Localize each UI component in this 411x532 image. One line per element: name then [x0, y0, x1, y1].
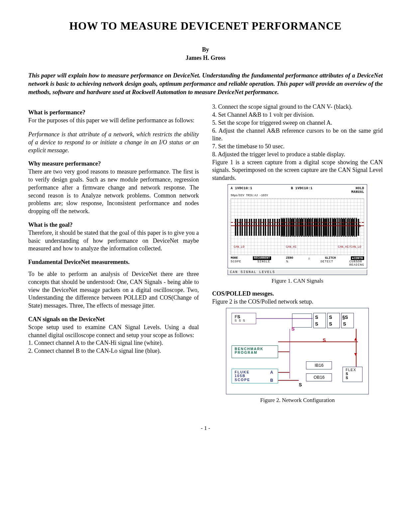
scope-glitch: GLITCH	[325, 256, 336, 260]
paragraph: There are two very good reasons to measu…	[28, 168, 199, 215]
paragraph: Figure 1 is a screen capture from a digi…	[212, 159, 383, 182]
can-hi-label: CAN_HI	[286, 245, 296, 249]
page-number: - 1 -	[28, 425, 383, 432]
scope-pct: %	[286, 260, 288, 267]
fluke-l3: SCOPE	[235, 378, 250, 382]
scope-grid: B CAN_LO CAN_HI CAN_HI/CAN_LO	[231, 199, 364, 255]
scope-contr: ▶CONTR	[351, 256, 364, 260]
scope-detect: DETECT	[321, 260, 333, 267]
rack-backplane	[292, 314, 312, 328]
scope-ch-a: 1VDC10:1	[235, 187, 252, 190]
fluke-l2: 105B	[235, 374, 246, 378]
step-7: 7. Set the timebase to 50 usec.	[212, 143, 383, 151]
definition: Performance is that attribute of a netwo…	[28, 131, 199, 154]
cpu-label-bot: S S S	[235, 319, 253, 323]
heading-why-measure: Why measure performance?	[28, 160, 199, 167]
scope-tri: △	[308, 256, 310, 260]
heading-can-signals: CAN signals on the DeviceNet	[28, 316, 199, 323]
paragraph: For the purposes of this paper we will d…	[28, 117, 199, 125]
fluke-l1: FLUKE	[235, 370, 250, 374]
scope-bottom-bar: CAN SIGNAL LEVELS	[228, 270, 367, 275]
step-4: 4. Set Channel A&B to 1 volt per divisio…	[212, 111, 383, 119]
scope-ch-b: 1VDC10:1	[295, 187, 313, 190]
step-3: 3. Connect the scope signal ground to th…	[212, 103, 383, 111]
scope-manual: MANUAL	[351, 190, 364, 194]
scope-single: SINGLE	[257, 260, 270, 267]
scope-scope: SCOPE	[231, 260, 241, 267]
paragraph: Scope setup used to examine CAN Signal L…	[28, 324, 199, 339]
ob16-box: OB16	[306, 373, 332, 381]
abstract: This paper will explain how to measure p…	[28, 71, 383, 96]
step-2: 2. Connect channel B to the CAN-Lo signa…	[28, 347, 199, 355]
rack-slot-1: SS	[313, 313, 326, 328]
scope-hold: HOLD	[356, 187, 364, 190]
scope-ch-b-label: B	[270, 378, 273, 383]
benchmark-box: BENCHMARK PROGRAM	[232, 345, 278, 358]
scope-timebase: 50µs/DIV TRIG:AJ -1DIV	[231, 194, 364, 197]
cpu-label-top: F	[235, 314, 237, 319]
figure-1-caption: Figure 1. CAN Signals	[212, 278, 383, 284]
ib16-box: IB16	[306, 361, 332, 369]
step-5: 5. Set the scope for triggered sweep on …	[212, 119, 383, 127]
heading-fundamental: Fundamental DeviceNet measurements.	[28, 259, 199, 266]
scope-b-marker: B	[359, 224, 360, 228]
rack-slot-3: §SS	[341, 313, 354, 328]
can-lo-label: CAN_LO	[234, 245, 244, 249]
paragraph: Therefore, it should be stated that the …	[28, 229, 199, 253]
scope-cursor: CURSOR	[349, 260, 362, 263]
heading-goal: What is the goal?	[28, 221, 199, 228]
cpu-box: FS S S S	[232, 313, 256, 324]
step-8: 8. Adjusted the trigger level to produce…	[212, 151, 383, 159]
scope-reading: READING	[349, 263, 364, 267]
left-column: What is performance? For the purposes of…	[28, 103, 199, 408]
right-column: 3. Connect the scope signal ground to th…	[212, 103, 383, 408]
step-6: 6. Adjust the channel A&B reference curs…	[212, 127, 383, 143]
figure-1-scope: A 1VDC10:1 B 1VDC10:1 HOLDMANUAL 50µs/DI…	[228, 184, 367, 268]
paragraph: To be able to perform an analysis of Dev…	[28, 270, 199, 310]
rack-slot-2: SS	[327, 313, 340, 328]
figure-2-caption: Figure 2. Network Configuration	[212, 397, 383, 404]
scope-more: MORE	[231, 256, 238, 260]
flex-box: FLEX S S	[343, 367, 362, 382]
heading-what-is-performance: What is performance?	[28, 109, 199, 116]
author-name: James H. Gross	[28, 54, 383, 62]
scope-recurrent: RECURRENT	[253, 256, 271, 260]
heading-cos-polled: COS/POLLED messges.	[212, 290, 383, 297]
can-diff-label: CAN_HI/CAN_LO	[338, 245, 361, 249]
step-1: 1. Connect channel A to the CAN-Hi signa…	[28, 339, 199, 347]
page-title: HOW TO MEASURE DEVICENET PERFORMANCE	[28, 20, 383, 32]
flex-label: FLEX	[346, 368, 360, 372]
scope-ch-a-label: A	[270, 370, 273, 375]
scope-zero: ZERO	[286, 256, 293, 260]
paragraph: Figure 2 is the COS/Polled network setup…	[212, 298, 383, 306]
benchmark-line2: PROGRAM	[235, 351, 275, 355]
figure-2-network: FS S S S SS SS §SS S S ▲	[226, 308, 369, 394]
byline: By	[28, 46, 383, 54]
